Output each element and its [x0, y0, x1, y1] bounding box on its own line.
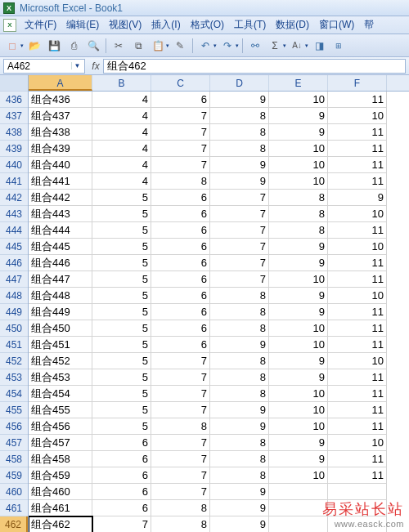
- save-icon[interactable]: 💾: [45, 37, 63, 55]
- cell[interactable]: 10: [269, 173, 328, 190]
- cell[interactable]: 组合448: [29, 288, 92, 304]
- chart-icon[interactable]: ◨: [310, 37, 328, 55]
- cell[interactable]: 10: [269, 386, 328, 402]
- row-header[interactable]: 454: [0, 386, 28, 402]
- cell[interactable]: 8: [210, 124, 269, 141]
- cell[interactable]: 6: [92, 500, 151, 516]
- cell[interactable]: 7: [210, 255, 269, 271]
- cell[interactable]: 7: [151, 369, 210, 386]
- cell[interactable]: 组合454: [29, 386, 92, 402]
- row-header[interactable]: 444: [0, 222, 28, 239]
- cell[interactable]: 7: [151, 141, 210, 157]
- cell[interactable]: 4: [92, 173, 151, 190]
- cell[interactable]: 8: [210, 467, 269, 484]
- cell[interactable]: 9: [328, 190, 387, 206]
- menu-help[interactable]: 帮: [359, 18, 379, 32]
- cell[interactable]: 6: [151, 337, 210, 353]
- cell[interactable]: 8: [210, 386, 269, 402]
- row-header[interactable]: 458: [0, 451, 28, 467]
- cell[interactable]: 8: [151, 418, 210, 435]
- row-header[interactable]: 461: [0, 500, 28, 516]
- cell[interactable]: 9: [269, 108, 328, 124]
- cell[interactable]: 8: [210, 108, 269, 124]
- cell[interactable]: 11: [328, 451, 387, 467]
- cell[interactable]: 11: [328, 271, 387, 288]
- cell[interactable]: 6: [151, 271, 210, 288]
- col-header-E[interactable]: E: [269, 75, 328, 91]
- open-icon[interactable]: 📂: [25, 37, 43, 55]
- cell[interactable]: 组合460: [29, 484, 92, 500]
- hundred-icon[interactable]: ⊞: [330, 37, 348, 55]
- cell[interactable]: 组合438: [29, 124, 92, 141]
- row-header[interactable]: 455: [0, 402, 28, 418]
- cell[interactable]: 7: [210, 271, 269, 288]
- cell[interactable]: 8: [210, 320, 269, 337]
- cell[interactable]: 5: [92, 337, 151, 353]
- cell[interactable]: 7: [151, 353, 210, 369]
- cell[interactable]: 9: [210, 484, 269, 500]
- cell[interactable]: 组合443: [29, 206, 92, 222]
- col-header-B[interactable]: B: [92, 75, 151, 91]
- cell[interactable]: 6: [151, 320, 210, 337]
- grid-body[interactable]: 组合4364691011组合437478910组合438478911组合4394…: [29, 92, 409, 532]
- cell[interactable]: 9: [210, 516, 269, 532]
- cell[interactable]: 11: [328, 141, 387, 157]
- name-box-input[interactable]: [4, 60, 71, 72]
- cell[interactable]: 组合445: [29, 239, 92, 255]
- cell[interactable]: 10: [328, 108, 387, 124]
- col-header-A[interactable]: A: [29, 75, 92, 91]
- cell[interactable]: 组合447: [29, 271, 92, 288]
- cell[interactable]: 10: [269, 141, 328, 157]
- cell[interactable]: [328, 516, 387, 532]
- cell[interactable]: 6: [151, 190, 210, 206]
- name-box-dropdown-icon[interactable]: ▼: [71, 62, 83, 69]
- cell[interactable]: 组合458: [29, 451, 92, 467]
- cell[interactable]: 7: [151, 402, 210, 418]
- cell[interactable]: 8: [210, 451, 269, 467]
- cell[interactable]: 7: [210, 190, 269, 206]
- cell[interactable]: 8: [151, 516, 210, 532]
- cell[interactable]: 8: [210, 288, 269, 304]
- cell[interactable]: [269, 484, 328, 500]
- row-header[interactable]: 462: [0, 516, 28, 532]
- cell[interactable]: 5: [92, 418, 151, 435]
- cell[interactable]: 9: [269, 255, 328, 271]
- row-header[interactable]: 443: [0, 206, 28, 222]
- cell[interactable]: 9: [269, 451, 328, 467]
- cell[interactable]: 5: [92, 304, 151, 320]
- name-box[interactable]: ▼: [3, 59, 85, 74]
- fx-icon[interactable]: fx: [88, 60, 103, 72]
- cell[interactable]: 10: [269, 320, 328, 337]
- cell[interactable]: 7: [151, 157, 210, 173]
- cell[interactable]: 11: [328, 320, 387, 337]
- cell[interactable]: 11: [328, 304, 387, 320]
- cell[interactable]: 10: [328, 239, 387, 255]
- format-painter-icon[interactable]: ✎: [171, 37, 189, 55]
- cell[interactable]: 4: [92, 141, 151, 157]
- cell[interactable]: 组合437: [29, 108, 92, 124]
- cell[interactable]: 6: [151, 255, 210, 271]
- cell[interactable]: [328, 484, 387, 500]
- cell[interactable]: 11: [328, 92, 387, 108]
- cell[interactable]: [269, 516, 328, 532]
- print-icon[interactable]: ⎙: [65, 37, 83, 55]
- cell[interactable]: 组合456: [29, 418, 92, 435]
- cell[interactable]: 组合444: [29, 222, 92, 239]
- cell[interactable]: 11: [328, 124, 387, 141]
- cut-icon[interactable]: ✂: [110, 37, 128, 55]
- menu-file[interactable]: 文件(F): [20, 18, 61, 32]
- row-header[interactable]: 459: [0, 467, 28, 484]
- cell[interactable]: 6: [151, 222, 210, 239]
- cell[interactable]: 4: [92, 157, 151, 173]
- col-header-D[interactable]: D: [210, 75, 269, 91]
- cell[interactable]: 10: [328, 353, 387, 369]
- row-header[interactable]: 445: [0, 239, 28, 255]
- cell[interactable]: 组合446: [29, 255, 92, 271]
- cell[interactable]: 8: [210, 435, 269, 451]
- formula-input[interactable]: 组合462: [103, 59, 406, 74]
- cell[interactable]: 5: [92, 271, 151, 288]
- menu-tools[interactable]: 工具(T): [229, 18, 271, 32]
- menu-format[interactable]: 格式(O): [186, 18, 229, 32]
- cell[interactable]: 7: [92, 516, 151, 532]
- cell[interactable]: 9: [210, 402, 269, 418]
